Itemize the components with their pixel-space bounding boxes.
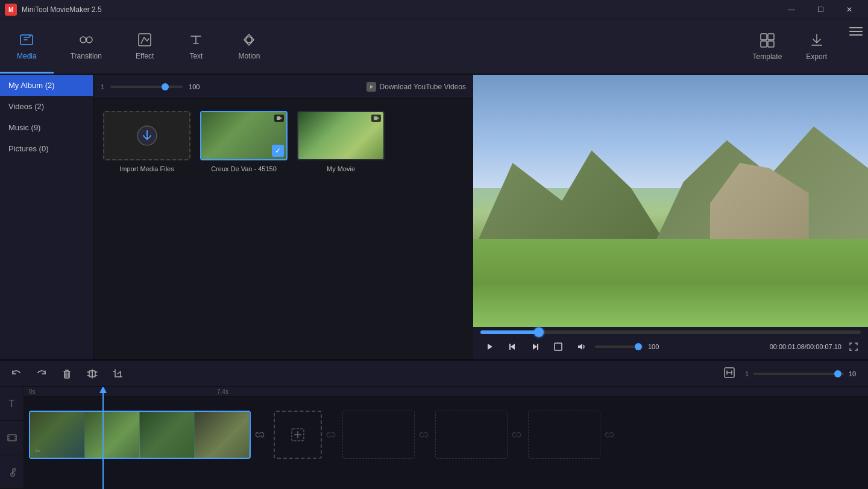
svg-point-6	[246, 37, 252, 43]
export-label: Export	[806, 52, 827, 61]
zoom-thumb	[162, 83, 169, 90]
clip-frame-3	[140, 412, 195, 458]
empty-slot-1	[342, 411, 415, 459]
tl-zoom-slider[interactable]	[753, 373, 844, 375]
clip-frame-4	[195, 412, 250, 458]
close-button[interactable]: ✕	[835, 0, 863, 19]
volume-slider[interactable]	[595, 345, 643, 348]
app-logo: M	[5, 4, 17, 16]
film-icon	[7, 432, 17, 443]
import-label: Import Media Files	[119, 165, 174, 172]
fullscreen-small-button[interactable]	[549, 338, 567, 356]
svg-rect-19	[8, 435, 16, 441]
step-back-button[interactable]	[503, 338, 521, 356]
toolbar-media[interactable]: Media	[0, 19, 54, 74]
transition-label: Transition	[71, 52, 102, 60]
video-badge-mymovie	[371, 115, 381, 122]
video-badge-creux	[274, 115, 284, 122]
import-thumb[interactable]	[103, 111, 190, 160]
toolbar-transition[interactable]: Transition	[54, 19, 119, 74]
ruler: 0s 7.4s	[24, 387, 868, 397]
toolbar: Media Transition Effect Text Motion	[0, 19, 868, 75]
step-forward-button[interactable]	[526, 338, 544, 356]
import-icon	[135, 124, 159, 148]
zoom-value: 100	[189, 83, 207, 90]
creux-thumb[interactable]: ✓	[200, 111, 288, 160]
toolbar-text[interactable]: Text	[171, 19, 221, 74]
delete-button[interactable]	[58, 365, 76, 383]
creux-label: Creux De Van - 45150	[211, 165, 277, 172]
sidebar-item-myalbum[interactable]: My Album (2)	[0, 75, 93, 96]
empty-slot-2	[435, 411, 508, 459]
step-back-icon	[508, 342, 517, 352]
download-youtube-button[interactable]: Download YouTube Videos	[366, 82, 466, 92]
selected-check-badge: ✓	[272, 145, 284, 157]
fullscreen-button[interactable]	[846, 339, 861, 354]
progress-bar[interactable]	[480, 330, 861, 334]
text-icon	[187, 31, 204, 48]
audio-track-icon	[0, 455, 24, 489]
link-symbol-icon-4	[512, 430, 521, 440]
progress-thumb[interactable]	[534, 327, 544, 337]
expand-icon	[553, 342, 563, 352]
media-icon	[18, 31, 35, 48]
zoom-slider[interactable]	[110, 86, 183, 88]
add-clip-button[interactable]	[274, 411, 322, 459]
add-clip-icon	[291, 427, 305, 442]
sidebar-item-pictures[interactable]: Pictures (0)	[0, 138, 93, 159]
time-total: 00:00:07.10	[807, 343, 841, 350]
toolbar-effect[interactable]: Effect	[119, 19, 171, 74]
menu-line-2	[849, 31, 863, 32]
template-icon	[759, 32, 776, 49]
svg-rect-15	[555, 343, 562, 350]
sidebar-item-music[interactable]: Music (9)	[0, 117, 93, 138]
maximize-button[interactable]: ☐	[807, 0, 834, 19]
music-note-icon	[7, 466, 17, 477]
svg-rect-14	[374, 116, 377, 120]
sidebar: My Album (2) Videos (2) Music (9) Pictur…	[0, 75, 93, 359]
fullscreen-icon	[849, 342, 858, 351]
undo-icon	[11, 368, 22, 379]
svg-rect-13	[277, 116, 280, 120]
undo-button[interactable]	[7, 365, 25, 383]
redo-icon	[36, 368, 47, 379]
ruler-start: 0s	[29, 388, 36, 395]
link-icon-2	[322, 411, 340, 459]
video-clip[interactable]: ✂	[29, 411, 251, 459]
volume-thumb	[635, 343, 642, 350]
tl-zoom-value: 10	[849, 370, 861, 377]
toolbar-template[interactable]: Template	[741, 19, 794, 74]
media-item-creux[interactable]: ✓ Creux De Van - 45150	[200, 111, 288, 172]
redo-button[interactable]	[33, 365, 51, 383]
progress-fill	[480, 330, 539, 334]
link-icon-5	[600, 411, 618, 459]
sidebar-item-videos[interactable]: Videos (2)	[0, 96, 93, 117]
mymovie-thumb[interactable]	[297, 111, 385, 160]
timeline-toolbar: 1 10	[0, 361, 868, 387]
crop-button[interactable]	[108, 365, 127, 383]
svg-rect-9	[761, 41, 767, 47]
tl-zoom-thumb	[834, 370, 841, 377]
toolbar-motion[interactable]: Motion	[221, 19, 277, 74]
split-button[interactable]	[83, 365, 101, 383]
timeline: 1 10 T 0s	[0, 359, 868, 489]
mymovie-thumb-bg	[298, 112, 383, 159]
timeline-zoom-controls: 1 10	[723, 367, 861, 381]
scissors-icon: ✂	[35, 447, 41, 455]
titlebar-title-text: MiniTool MovieMaker 2.5	[22, 5, 102, 14]
titlebar-left: M MiniTool MovieMaker 2.5	[5, 4, 102, 16]
text-label: Text	[189, 52, 203, 60]
toolbar-export[interactable]: Export	[794, 19, 839, 74]
volume-button[interactable]	[572, 338, 590, 356]
tl-zoom-min-label: 1	[745, 370, 749, 377]
video-camera-icon	[276, 115, 282, 121]
timeline-fit-button[interactable]	[723, 367, 735, 381]
hamburger-menu-button[interactable]	[844, 19, 868, 43]
video-camera-icon-2	[373, 115, 379, 121]
media-item-mymovie[interactable]: My Movie	[297, 111, 385, 172]
play-button[interactable]	[480, 338, 498, 356]
preview-panel: 100 00:00:01.08/00:00:07.10	[473, 75, 868, 359]
media-item-import[interactable]: Import Media Files	[103, 111, 190, 172]
minimize-button[interactable]: —	[778, 0, 805, 19]
media-toolbar: 1 100 Download YouTube Videos	[93, 75, 473, 99]
